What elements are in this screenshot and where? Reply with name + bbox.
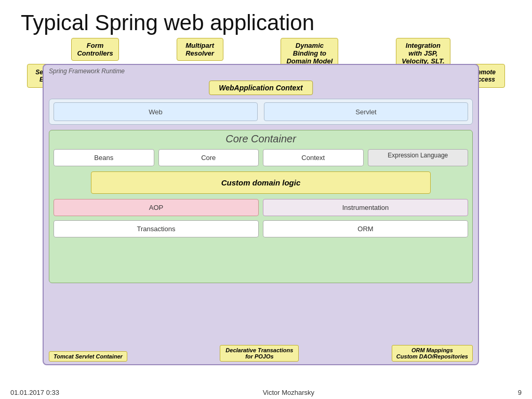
sfr-label: Spring Framework Runtime (49, 68, 125, 75)
servlet-box: Servlet (264, 102, 468, 121)
webapp-context: WebApplication Context (209, 81, 313, 95)
web-servlet-row: Web Servlet (49, 99, 473, 125)
footer-author: Victor Mozharsky (263, 389, 314, 396)
aop-box: AOP (54, 199, 259, 216)
web-box: Web (54, 102, 258, 121)
tomcat-label: Tomcat Servlet Container (49, 351, 127, 362)
context-box: Context (263, 149, 364, 166)
bottom-labels: Tomcat Servlet Container Declarative Tra… (49, 345, 473, 362)
beans-row: Beans Core Context Expression Language (54, 149, 468, 166)
multipart-resolver-box: Multipart Resolver (177, 38, 223, 61)
outer-container: Spring Framework Runtime WebApplication … (43, 64, 479, 365)
aop-row: AOP Instrumentation (54, 199, 468, 216)
core-container: Core Container Beans Core Context Expres… (49, 130, 473, 283)
slide: Typical Spring web application Form Cont… (0, 0, 532, 399)
core-container-label: Core Container (49, 130, 472, 145)
form-controllers-box: Form Controllers (71, 38, 118, 61)
beans-box: Beans (54, 149, 154, 166)
orm-mappings-box: ORM Mappings Custom DAO/Repositories (392, 345, 473, 362)
core-box: Core (158, 149, 259, 166)
orm-box: ORM (263, 220, 468, 237)
tx-row: Transactions ORM (54, 220, 468, 237)
diagram-area: Form Controllers Multipart Resolver Dyna… (27, 38, 505, 381)
decl-tx-box: Declarative Transactions for POJOs (220, 345, 299, 362)
custom-domain-box: Custom domain logic (91, 171, 431, 194)
expression-language-box: Expression Language (368, 149, 469, 166)
transactions-box: Transactions (54, 220, 259, 237)
footer: 01.01.2017 0:33 Victor Mozharsky 9 (0, 389, 532, 396)
instrumentation-box: Instrumentation (263, 199, 468, 216)
slide-title: Typical Spring web application (10, 5, 522, 38)
footer-date: 01.01.2017 0:33 (10, 389, 59, 396)
footer-page: 9 (518, 389, 522, 396)
